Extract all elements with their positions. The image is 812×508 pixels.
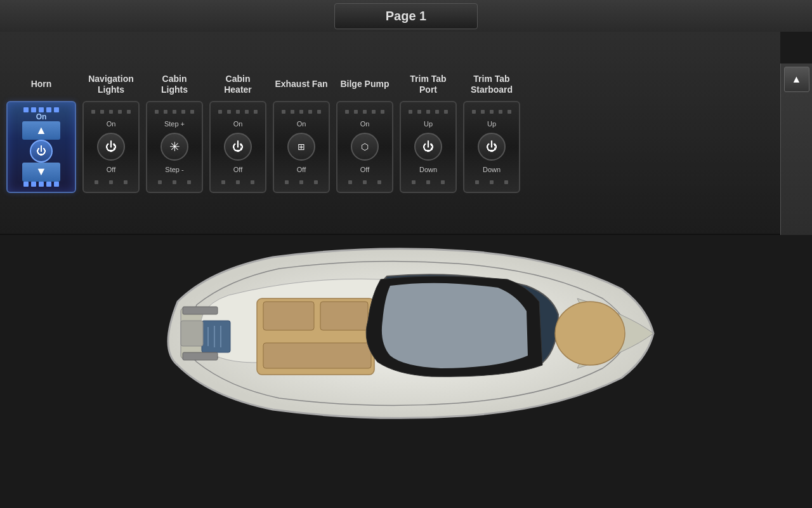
nav-lights-switch[interactable]: On ⏻ Off xyxy=(82,101,140,193)
cabin-heater-label: CabinHeater xyxy=(224,73,252,96)
boat-area: ⏻ ♪ ⏻ ⊙ ⏻ ⏻ xyxy=(0,235,812,508)
horn-power-btn[interactable]: ⏻ xyxy=(30,140,53,163)
exhaust-dots-top xyxy=(279,109,324,115)
trim-tab-port-item: Trim TabPort Up ⏻ Down xyxy=(400,73,457,193)
ttsb-up-label: Up xyxy=(487,120,496,128)
exhaust-on-label: On xyxy=(297,120,306,128)
nav-lights-label: NavigationLights xyxy=(88,73,134,96)
horn-arrow-up[interactable]: ▲ xyxy=(22,121,60,140)
horn-on-label: On xyxy=(36,112,47,121)
ttport-dots-top xyxy=(406,109,450,115)
horn-label: Horn xyxy=(31,73,52,96)
svg-rect-4 xyxy=(263,343,371,368)
trim-tab-starboard-switch[interactable]: Up ⏻ Down xyxy=(463,101,520,193)
bilge-pump-item: Bilge Pump On ⬡ Off xyxy=(336,73,393,193)
nav-lights-item: NavigationLights On ⏻ Off xyxy=(82,73,140,193)
trim-tab-starboard-item: Trim TabStarboard Up ⏻ Down xyxy=(463,73,520,193)
bilge-off-label: Off xyxy=(360,166,369,173)
cabin-lights-label: CabinLights xyxy=(161,73,188,96)
boat-diagram xyxy=(146,238,666,435)
exhaust-dots-bottom xyxy=(279,179,324,185)
cabin-lights-item: CabinLights Step + ✳ Step - xyxy=(146,73,203,193)
horn-bdot-2 xyxy=(31,182,36,187)
ttsb-down-label: Down xyxy=(483,166,501,173)
trim-tab-starboard-label: Trim TabStarboard xyxy=(471,73,513,96)
top-bar: Page 1 xyxy=(0,0,812,32)
cabin-dots-top xyxy=(152,109,197,115)
bilge-on-label: On xyxy=(360,120,370,128)
bilge-pump-switch[interactable]: On ⬡ Off xyxy=(336,101,393,193)
cabin-heater-switch[interactable]: On ⏻ Off xyxy=(209,101,266,193)
svg-rect-12 xyxy=(183,352,218,360)
page-title: Page 1 xyxy=(334,3,478,29)
heater-on-label: On xyxy=(233,120,243,128)
exhaust-off-label: Off xyxy=(297,166,306,173)
ttsb-power-icon[interactable]: ⏻ xyxy=(478,133,506,161)
horn-bdot-4 xyxy=(46,182,51,187)
scroll-up-button[interactable]: ▲ xyxy=(784,67,809,92)
bilge-dots-top xyxy=(343,109,387,115)
ttport-up-label: Up xyxy=(424,120,433,128)
trim-tab-port-switch[interactable]: Up ⏻ Down xyxy=(400,101,457,193)
ttsb-dots-bottom xyxy=(469,179,514,185)
cabin-step-minus-label: Step - xyxy=(165,166,183,173)
ttport-dots-bottom xyxy=(406,179,450,185)
horn-dot-2 xyxy=(31,107,36,112)
heater-dots-bottom xyxy=(216,179,260,185)
svg-point-5 xyxy=(555,302,625,365)
nav-dots-bottom xyxy=(89,179,133,185)
exhaust-fan-label: Exhaust Fan xyxy=(275,73,327,96)
nav-on-label: On xyxy=(107,120,116,128)
bilge-pump-label: Bilge Pump xyxy=(340,73,389,96)
horn-top-dots xyxy=(23,107,59,112)
cabin-sun-icon[interactable]: ✳ xyxy=(160,133,188,161)
svg-rect-3 xyxy=(320,302,368,330)
horn-dot-4 xyxy=(46,107,51,112)
svg-rect-10 xyxy=(181,321,203,346)
horn-dot-5 xyxy=(54,107,59,112)
nav-power-icon[interactable]: ⏻ xyxy=(97,133,125,161)
horn-bdot-5 xyxy=(54,182,59,187)
svg-rect-2 xyxy=(263,302,314,330)
ttport-down-label: Down xyxy=(419,166,437,173)
bilge-pump-icon[interactable]: ⬡ xyxy=(351,133,379,161)
trim-tab-port-label: Trim TabPort xyxy=(410,73,446,96)
svg-rect-11 xyxy=(183,307,218,314)
horn-bottom-dots xyxy=(23,182,59,187)
bilge-dots-bottom xyxy=(343,179,387,185)
cabin-lights-switch[interactable]: Step + ✳ Step - xyxy=(146,101,203,193)
horn-switch[interactable]: On ▲ ⏻ ▼ xyxy=(6,101,76,193)
heater-dots-top xyxy=(216,109,260,115)
ttport-power-icon[interactable]: ⏻ xyxy=(414,133,442,161)
cabin-heater-item: CabinHeater On ⏻ Off xyxy=(209,73,266,193)
exhaust-fan-item: Exhaust Fan On ⊞ Off xyxy=(273,73,330,193)
heater-off-label: Off xyxy=(233,166,242,173)
nav-dots-top xyxy=(89,109,133,115)
nav-off-label: Off xyxy=(107,166,115,173)
horn-dot-1 xyxy=(23,107,29,112)
exhaust-fan-icon[interactable]: ⊞ xyxy=(287,133,315,161)
cabin-dots-bottom xyxy=(152,179,197,185)
controls-panel: Horn On ▲ ⏻ ▼ xyxy=(0,32,780,235)
exhaust-fan-switch[interactable]: On ⊞ Off xyxy=(273,101,330,193)
horn-arrow-down[interactable]: ▼ xyxy=(22,163,60,182)
horn-bdot-3 xyxy=(39,182,44,187)
horn-item: Horn On ▲ ⏻ ▼ xyxy=(6,73,76,193)
svg-rect-6 xyxy=(202,321,230,352)
heater-power-icon[interactable]: ⏻ xyxy=(224,133,252,161)
horn-bdot-1 xyxy=(23,182,29,187)
cabin-step-plus-label: Step + xyxy=(164,120,185,128)
ttsb-dots-top xyxy=(469,109,514,115)
horn-dot-3 xyxy=(39,107,44,112)
